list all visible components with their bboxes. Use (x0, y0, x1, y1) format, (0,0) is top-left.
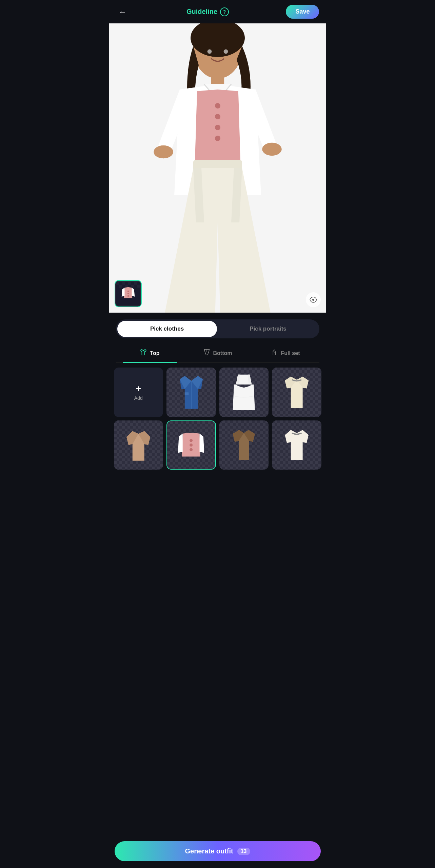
category-tabs-container: Top Bottom Full set (116, 344, 319, 363)
svg-rect-19 (134, 282, 137, 285)
tab-fullset[interactable]: Full set (252, 344, 319, 362)
tab-bottom[interactable]: Bottom (184, 344, 252, 362)
app-header: ← Guideline ? Save (109, 0, 326, 23)
denim-jacket-icon (172, 373, 211, 412)
svg-rect-20 (119, 285, 122, 288)
generate-count-badge: 13 (237, 848, 250, 855)
svg-point-26 (127, 295, 128, 297)
svg-rect-18 (128, 282, 131, 285)
svg-point-32 (190, 439, 193, 442)
svg-rect-31 (184, 392, 189, 395)
svg-point-6 (215, 103, 220, 108)
item5-icon (119, 425, 158, 465)
add-clothes-button[interactable]: + Add (114, 368, 163, 417)
save-button[interactable]: Save (286, 5, 319, 19)
svg-rect-22 (131, 285, 134, 288)
model-image (109, 23, 326, 313)
selected-item-icon (172, 426, 210, 464)
tab-bottom-label: Bottom (213, 350, 232, 356)
guideline-label: Guideline (186, 8, 217, 16)
svg-rect-16 (116, 282, 119, 285)
tab-fullset-label: Full set (281, 350, 300, 356)
add-label: Add (134, 395, 143, 401)
cream-tee-item[interactable] (272, 368, 321, 417)
tab-pick-clothes[interactable]: Pick clothes (117, 321, 217, 337)
white-top-item[interactable] (219, 368, 269, 417)
svg-rect-17 (122, 282, 125, 285)
svg-point-4 (223, 49, 228, 54)
svg-point-34 (190, 448, 193, 451)
guideline-help-icon: ? (220, 7, 229, 16)
svg-point-10 (154, 145, 173, 158)
tab-top[interactable]: Top (116, 344, 184, 362)
thumbnail-image (115, 280, 142, 307)
pick-tabs-container: Pick clothes Pick portraits (116, 319, 319, 338)
svg-point-25 (127, 293, 128, 294)
denim-jacket-item[interactable] (166, 368, 216, 417)
clothes-grid: + Add (109, 363, 326, 504)
toggle-visibility-button[interactable] (306, 292, 321, 307)
back-button[interactable]: ← (116, 6, 130, 18)
selected-outfit-thumbnail[interactable] (115, 280, 142, 307)
model-preview-area (109, 23, 326, 313)
tab-top-label: Top (150, 350, 159, 356)
cream-tee-icon (277, 373, 316, 412)
svg-point-11 (262, 142, 282, 155)
svg-point-3 (207, 49, 212, 54)
svg-point-24 (127, 291, 128, 292)
svg-point-8 (215, 125, 220, 130)
top-icon (140, 349, 147, 358)
svg-point-27 (312, 299, 314, 301)
svg-point-29 (274, 350, 275, 351)
svg-point-9 (215, 136, 220, 141)
eye-icon (309, 296, 317, 304)
guideline-button[interactable]: Guideline ? (186, 7, 229, 16)
selected-clothes-item[interactable] (166, 420, 216, 470)
bottom-icon (203, 349, 211, 358)
white-top-icon (224, 373, 263, 412)
generate-btn-container: Generate outfit 13 (109, 837, 326, 868)
item7-clothes[interactable] (219, 420, 269, 470)
tab-pick-portraits[interactable]: Pick portraits (218, 321, 318, 337)
tab-section: Pick clothes Pick portraits Top Bottom (109, 313, 326, 363)
item8-icon (277, 425, 316, 465)
svg-point-7 (215, 114, 220, 119)
generate-outfit-button[interactable]: Generate outfit 13 (115, 841, 321, 861)
back-arrow-icon: ← (119, 7, 127, 16)
add-plus-icon: + (136, 384, 141, 393)
generate-btn-label: Generate outfit (185, 847, 233, 855)
item8-clothes[interactable] (272, 420, 321, 470)
svg-point-33 (190, 443, 193, 447)
svg-rect-23 (137, 285, 140, 288)
item7-icon (224, 425, 263, 465)
fullset-icon (271, 349, 278, 358)
item5-clothes[interactable] (114, 420, 163, 470)
